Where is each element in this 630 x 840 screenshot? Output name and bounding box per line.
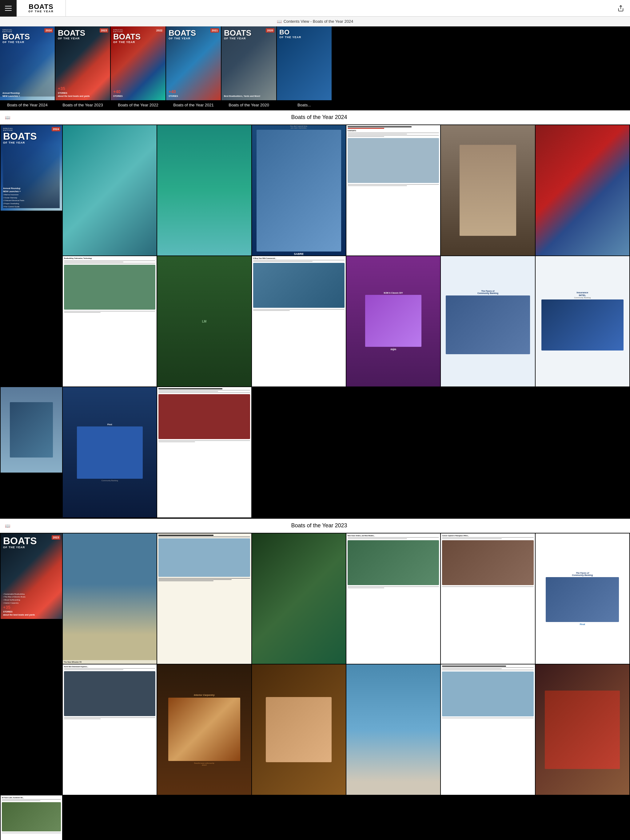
- cover-boats-2022: BOATS: [113, 33, 163, 41]
- cover-oty-2024: OF THE YEAR: [2, 41, 52, 44]
- page-thumb-2024-12[interactable]: InsuranceINTEL Community Banking: [535, 256, 629, 387]
- cover-label-2023[interactable]: Boats of the Year 2023: [55, 100, 110, 110]
- cover-tagline-2023: +35STORIESabout the best boats and yards: [58, 86, 90, 98]
- page-thumb-2023-4[interactable]: New Class Orders, and New Models...: [347, 534, 440, 664]
- cover-img-2020: 2020 BOATS OF THE YEAR Best Boatbuilders…: [222, 27, 276, 100]
- cover-label-2019[interactable]: Boats...: [277, 100, 332, 110]
- cover-mock-grid-2024: 2024 SPECIALEDITION BOATS OF THE YEAR An…: [1, 125, 62, 211]
- section-title-2024: Boats of the Year 2024: [13, 114, 625, 120]
- logo-subtitle: OF THE YEAR: [28, 10, 54, 13]
- cover-mock-grid-2023: 2023 BOATS OF THE YEAR • Sustainable Boa…: [1, 534, 62, 619]
- grid-cover-2023[interactable]: 2023 BOATS OF THE YEAR • Sustainable Boa…: [1, 534, 62, 619]
- logo-text: BOATS OF THE YEAR: [28, 3, 54, 13]
- cover-item-2022[interactable]: 2022 SPECIALEDITION BOATS OF THE YEAR +4…: [111, 27, 166, 110]
- cover-mock-2023: 2023 BOATS OF THE YEAR +35STORIESabout t…: [55, 27, 110, 100]
- year-badge-2023: 2023: [100, 28, 108, 33]
- logo-boats: BOATS: [28, 3, 54, 10]
- page-thumb-2023-1[interactable]: The New Wheeler 55: [63, 534, 157, 664]
- cover-oty-2023: OF THE YEAR: [58, 37, 108, 40]
- cover-img-2023: 2023 BOATS OF THE YEAR +35STORIESabout t…: [55, 27, 110, 100]
- cover-tagline-2021: +40STORIES: [169, 89, 178, 98]
- page-thumb-2023-13[interactable]: 50 Years Later, Sundown Ski...: [1, 796, 62, 840]
- page-thumb-2024-13[interactable]: [1, 387, 62, 472]
- cover-img-2021: 2021 BOATS OF THE YEAR +40STORIES: [166, 27, 221, 100]
- sabre-ad: You don't spend time, you earn memories.…: [252, 125, 346, 256]
- cover-mock-2021: 2021 BOATS OF THE YEAR +40STORIES: [166, 27, 221, 100]
- year-badge-2024: 2024: [44, 28, 53, 33]
- issue-grid-2024: 2024 SPECIALEDITION BOATS OF THE YEAR An…: [0, 125, 630, 518]
- section-header-2023: 📖 Boats of the Year 2023: [0, 519, 630, 533]
- page-thumb-2023-9[interactable]: [252, 665, 346, 795]
- year-badge-2020: 2020: [266, 28, 274, 33]
- app-logo: BOATS OF THE YEAR: [17, 0, 66, 17]
- cover-mock-2019: BO OF THE YEAR: [277, 27, 332, 100]
- page-thumb-2023-6[interactable]: The Faces ofCommunity Banking First: [535, 534, 629, 664]
- cover-tagline-2020: Best Boatbuilders, Yards and More!: [224, 95, 260, 98]
- cover-label-2022[interactable]: Boats of the Year 2022: [111, 100, 166, 110]
- cover-item-2023[interactable]: 2023 BOATS OF THE YEAR +35STORIESabout t…: [55, 27, 110, 110]
- page-thumb-2024-15[interactable]: [157, 387, 251, 518]
- year-badge-2022: 2022: [155, 28, 164, 33]
- open-book-icon-2024: 📖: [5, 115, 10, 120]
- page-thumb-2024-3[interactable]: You don't spend time, you earn memories.…: [252, 125, 346, 256]
- cover-boats-2019: BO: [279, 29, 329, 36]
- year-badge-2021: 2021: [211, 28, 219, 33]
- cover-oty-2020: OF THE YEAR: [224, 37, 274, 40]
- page-thumb-2023-10[interactable]: [347, 665, 440, 795]
- page-thumb-2024-14[interactable]: First Community Banking: [63, 387, 157, 518]
- cover-oty-2019: OF THE YEAR: [279, 36, 329, 39]
- cover-mock-2020: 2020 BOATS OF THE YEAR Best Boatbuilders…: [222, 27, 276, 100]
- cover-tagline-2022: +40STORIES: [113, 89, 123, 98]
- page-thumb-2023-2[interactable]: [157, 534, 251, 664]
- cover-label-2021[interactable]: Boats of the Year 2021: [166, 100, 221, 110]
- cover-oty-2021: OF THE YEAR: [169, 37, 218, 40]
- cover-mock-2024: 2024 SPECIALEDITION BOATS OF THE YEAR An…: [0, 27, 55, 100]
- cover-label-2020[interactable]: Boats of the Year 2020: [222, 100, 276, 110]
- page-thumb-2024-8[interactable]: LM: [157, 256, 251, 387]
- cover-label-2024[interactable]: Boats of the Year 2024: [0, 100, 55, 110]
- page-thumb-2024-1[interactable]: [63, 125, 157, 256]
- page-thumb-2024-2[interactable]: [157, 125, 251, 256]
- page-thumb-2024-11[interactable]: The Faces ofCommunity Banking: [441, 256, 535, 387]
- page-thumb-2023-3[interactable]: [252, 534, 346, 664]
- cover-img-2022: 2022 SPECIALEDITION BOATS OF THE YEAR +4…: [111, 27, 166, 100]
- app-header: BOATS OF THE YEAR: [0, 0, 630, 17]
- hamburger-line-2: [5, 8, 12, 9]
- issue-grid-2023: 2023 BOATS OF THE YEAR • Sustainable Boa…: [0, 533, 630, 840]
- cover-img-2024: 2024 SPECIALEDITION BOATS OF THE YEAR An…: [0, 27, 55, 100]
- page-thumb-2023-8[interactable]: Interior Carpentry Beautiful wood crafts…: [157, 665, 251, 795]
- menu-button[interactable]: [0, 0, 17, 17]
- cover-boats-2024: BOATS: [2, 33, 52, 41]
- page-thumb-2024-6[interactable]: [535, 125, 629, 256]
- hamburger-line-3: [5, 10, 12, 11]
- page-thumb-2023-7[interactable]: North New Downward Organics...: [63, 665, 157, 795]
- grid-cover-2024[interactable]: 2024 SPECIALEDITION BOATS OF THE YEAR An…: [1, 125, 62, 211]
- section-title-2023: Boats of the Year 2023: [13, 523, 625, 529]
- cover-oty-2022: OF THE YEAR: [113, 41, 163, 44]
- cover-item-2021[interactable]: 2021 BOATS OF THE YEAR +40STORIES Boats …: [166, 27, 221, 110]
- share-button[interactable]: [615, 3, 626, 14]
- cover-mock-2022: 2022 SPECIALEDITION BOATS OF THE YEAR +4…: [111, 27, 166, 100]
- section-header-2024: 📖 Boats of the Year 2024: [0, 111, 630, 125]
- page-thumb-2024-4[interactable]: CONTENTS: [347, 125, 440, 256]
- cover-item-2020[interactable]: 2020 BOATS OF THE YEAR Best Boatbuilders…: [222, 27, 276, 110]
- contents-bar: 📖 Contents View - Boats of the Year 2024: [0, 17, 630, 27]
- cover-tagline-2024: Annual RoundupNEW Launches +: [2, 92, 20, 98]
- contents-text: Contents View - Boats of the Year 2024: [283, 19, 353, 24]
- cover-item-2024[interactable]: 2024 SPECIALEDITION BOATS OF THE YEAR An…: [0, 27, 55, 110]
- cover-item-2019[interactable]: BO OF THE YEAR Boats...: [277, 27, 332, 110]
- cover-img-2019: BO OF THE YEAR: [277, 27, 332, 100]
- hamburger-line-1: [5, 6, 12, 6]
- open-book-icon-2023: 📖: [5, 523, 10, 528]
- page-thumb-2024-7[interactable]: Boatbuilding, Fabrication, Technology: [63, 256, 157, 387]
- page-thumb-2024-9[interactable]: A Busy Year With Commercial...: [252, 256, 346, 387]
- covers-scroller[interactable]: 2024 SPECIALEDITION BOATS OF THE YEAR An…: [0, 27, 630, 110]
- contents-icon: 📖: [277, 19, 282, 24]
- page-thumb-2023-5[interactable]: Cancer Capital in Fiberglass Offers...: [441, 534, 535, 664]
- page-thumb-2023-12[interactable]: [535, 665, 629, 795]
- page-thumb-2024-10[interactable]: MJM A Classic DIY mjm: [347, 256, 440, 387]
- page-thumb-2024-5[interactable]: [441, 125, 535, 256]
- page-thumb-2023-11[interactable]: [441, 665, 535, 795]
